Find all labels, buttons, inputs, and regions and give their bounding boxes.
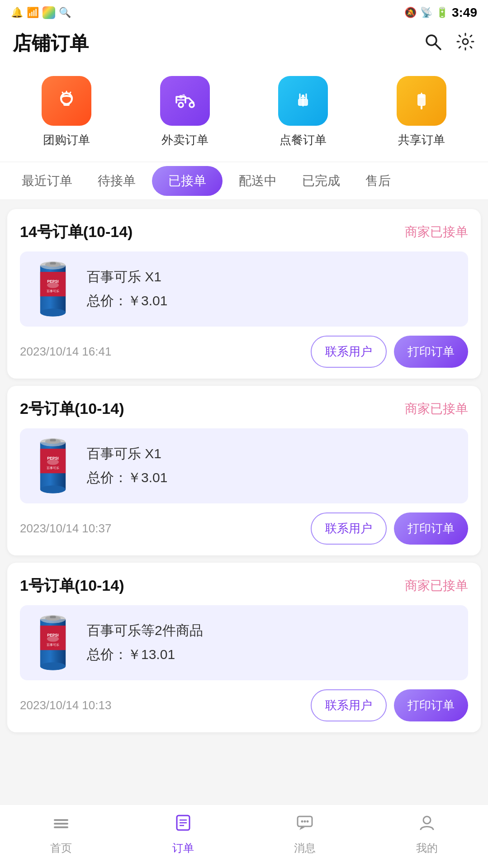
order-item-2: PEPSI 百事可乐 百事可乐 X1 总价：￥3.01 (20, 428, 468, 503)
wifi-icon: 📶 (27, 7, 39, 19)
svg-text:百事可乐: 百事可乐 (47, 289, 59, 293)
battery-icon: 🔋 (436, 7, 448, 19)
status-left-icons: 🔔 📶 🔍 (11, 6, 71, 19)
print-order-button-2[interactable]: 打印订单 (394, 512, 468, 545)
order-card-1: 1号订单(10-14) 商家已接单 (7, 563, 481, 732)
settings-button[interactable] (455, 32, 475, 56)
svg-rect-45 (50, 616, 56, 618)
orders-list: 14号订单(10-14) 商家已接单 (0, 200, 488, 805)
svg-point-13 (302, 95, 304, 97)
tab-recent[interactable]: 最近订单 (9, 162, 85, 199)
order-actions-1: 联系用户 打印订单 (311, 689, 468, 721)
svg-point-22 (47, 282, 59, 288)
print-order-button-1[interactable]: 打印订单 (394, 689, 468, 721)
product-name-2: 百事可乐 X1 (87, 445, 460, 463)
order-header-14: 14号订单(10-14) 商家已接单 (20, 222, 468, 242)
delivery-label: 外卖订单 (161, 132, 208, 148)
svg-point-28 (40, 485, 66, 493)
svg-point-54 (301, 821, 303, 823)
order-time-1: 2023/10/14 10:13 (20, 698, 111, 712)
quick-item-dine-in[interactable]: 点餐订单 (278, 76, 328, 148)
svg-point-42 (47, 636, 59, 642)
mine-icon (417, 813, 437, 837)
svg-point-55 (304, 821, 306, 823)
quick-item-shared[interactable]: 共享订单 (397, 76, 446, 148)
bottom-navigation: 首页 订单 消息 (0, 804, 488, 868)
order-title-2: 2号订单(10-14) (20, 398, 124, 419)
status-right: 🔕 📡 🔋 3:49 (404, 5, 477, 20)
order-tabs: 最近订单 待接单 已接单 配送中 已完成 售后 (0, 162, 488, 200)
shared-label: 共享订单 (398, 132, 445, 148)
messages-label: 消息 (294, 841, 316, 855)
svg-line-6 (62, 92, 63, 94)
contact-user-button-1[interactable]: 联系用户 (311, 689, 387, 721)
svg-rect-35 (50, 439, 56, 441)
product-image-14: PEPSI 百事可乐 (28, 260, 78, 318)
svg-text:百事可乐: 百事可乐 (47, 643, 59, 646)
svg-line-1 (435, 44, 441, 49)
orders-icon (173, 813, 193, 837)
order-title-14: 14号订单(10-14) (20, 222, 133, 242)
nav-home[interactable]: 首页 (50, 813, 72, 855)
product-info-2: 百事可乐 X1 总价：￥3.01 (87, 445, 460, 487)
contact-user-button-2[interactable]: 联系用户 (311, 512, 387, 545)
shared-icon (397, 76, 446, 126)
order-header-2: 2号订单(10-14) 商家已接单 (20, 398, 468, 419)
app-icon-1 (43, 6, 55, 19)
contact-user-button-14[interactable]: 联系用户 (311, 336, 387, 368)
nav-mine[interactable]: 我的 (416, 813, 438, 855)
svg-point-38 (40, 662, 66, 670)
print-order-button-14[interactable]: 打印订单 (394, 336, 468, 368)
signal-icon: 📡 (420, 7, 432, 19)
order-title-1: 1号订单(10-14) (20, 575, 124, 596)
search-button[interactable] (423, 32, 443, 56)
order-item-14: PEPSI 百事可乐 百事可乐 X1 总价：￥3.01 (20, 251, 468, 327)
svg-point-8 (179, 103, 183, 107)
product-info-1: 百事可乐等2件商品 总价：￥13.01 (87, 621, 460, 664)
order-time-14: 2023/10/14 16:41 (20, 345, 111, 359)
product-name-14: 百事可乐 X1 (87, 268, 460, 286)
nav-orders[interactable]: 订单 (172, 813, 194, 855)
svg-point-18 (40, 308, 66, 316)
product-price-2: 总价：￥3.01 (87, 469, 460, 487)
order-status-14: 商家已接单 (405, 223, 468, 241)
product-info-14: 百事可乐 X1 总价：￥3.01 (87, 268, 460, 310)
quick-menu: 团购订单 外卖订单 点餐订单 (0, 65, 488, 161)
order-footer-2: 2023/10/14 10:37 联系用户 打印订单 (20, 512, 468, 545)
svg-line-7 (70, 92, 71, 94)
product-image-2: PEPSI 百事可乐 (28, 436, 78, 495)
tab-pending[interactable]: 待接单 (85, 162, 148, 199)
order-card-14: 14号订单(10-14) 商家已接单 (7, 209, 481, 379)
app-icon-2: 🔍 (59, 7, 71, 19)
tab-completed[interactable]: 已完成 (289, 162, 353, 199)
orders-label: 订单 (172, 841, 194, 855)
quick-item-group-buy[interactable]: 团购订单 (42, 76, 91, 148)
product-image-1: PEPSI 百事可乐 (28, 613, 78, 672)
order-footer-14: 2023/10/14 16:41 联系用户 打印订单 (20, 336, 468, 368)
product-price-14: 总价：￥3.01 (87, 292, 460, 310)
quick-item-delivery[interactable]: 外卖订单 (160, 76, 210, 148)
messages-icon (295, 813, 315, 837)
order-header-1: 1号订单(10-14) 商家已接单 (20, 575, 468, 596)
dine-in-label: 点餐订单 (280, 132, 327, 148)
nav-messages[interactable]: 消息 (294, 813, 316, 855)
time-display: 3:49 (452, 5, 477, 20)
product-price-1: 总价：￥13.01 (87, 645, 460, 664)
tab-delivering[interactable]: 配送中 (226, 162, 289, 199)
delivery-icon (160, 76, 210, 126)
order-status-1: 商家已接单 (405, 577, 468, 594)
svg-point-32 (47, 459, 59, 465)
svg-rect-4 (63, 103, 70, 106)
group-buy-label: 团购订单 (43, 132, 90, 148)
tab-accepted[interactable]: 已接单 (152, 166, 223, 196)
order-item-1: PEPSI 百事可乐 百事可乐等2件商品 总价：￥13.01 (20, 605, 468, 680)
order-status-2: 商家已接单 (405, 400, 468, 417)
tab-aftersale[interactable]: 售后 (353, 162, 403, 199)
svg-point-3 (61, 93, 72, 104)
group-buy-icon (42, 76, 91, 126)
svg-rect-48 (54, 826, 68, 828)
dine-in-icon (278, 76, 328, 126)
notification-icon: 🔔 (11, 7, 23, 19)
home-label: 首页 (50, 841, 72, 855)
page-title: 店铺订单 (13, 31, 89, 56)
